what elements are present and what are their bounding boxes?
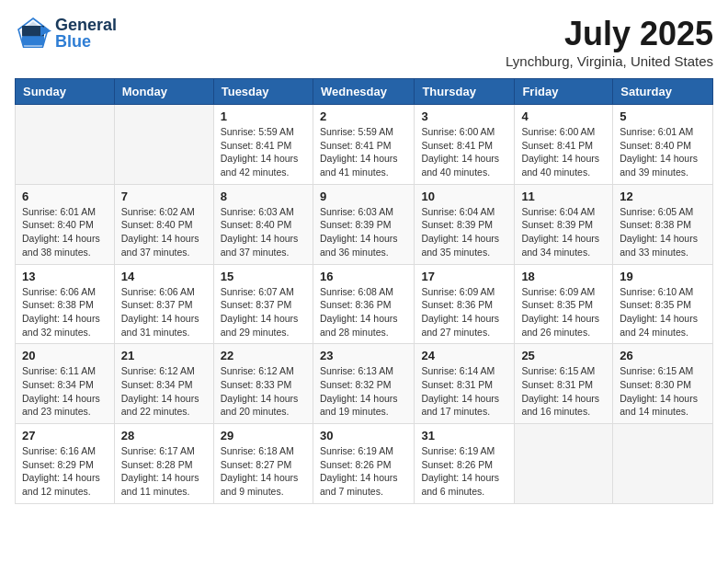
- day-number: 1: [221, 109, 306, 123]
- day-info: Sunrise: 6:09 AM Sunset: 8:35 PM Dayligh…: [521, 285, 606, 339]
- title-block: July 2025 Lynchburg, Virginia, United St…: [506, 15, 713, 69]
- day-info: Sunrise: 5:59 AM Sunset: 8:41 PM Dayligh…: [221, 125, 306, 179]
- calendar-cell: 6Sunrise: 6:01 AM Sunset: 8:40 PM Daylig…: [16, 184, 115, 264]
- calendar-cell: [515, 424, 613, 504]
- calendar-cell: 22Sunrise: 6:12 AM Sunset: 8:33 PM Dayli…: [213, 344, 313, 424]
- day-info: Sunrise: 6:01 AM Sunset: 8:40 PM Dayligh…: [22, 205, 108, 259]
- day-number: 23: [320, 349, 407, 362]
- day-info: Sunrise: 6:15 AM Sunset: 8:31 PM Dayligh…: [521, 364, 606, 419]
- day-number: 13: [22, 270, 108, 283]
- day-info: Sunrise: 6:19 AM Sunset: 8:26 PM Dayligh…: [421, 444, 507, 499]
- day-number: 25: [521, 349, 606, 362]
- calendar-cell: 20Sunrise: 6:11 AM Sunset: 8:34 PM Dayli…: [16, 344, 115, 424]
- day-info: Sunrise: 6:12 AM Sunset: 8:33 PM Dayligh…: [221, 364, 306, 419]
- weekday-header-thursday: Thursday: [415, 79, 515, 105]
- day-info: Sunrise: 6:04 AM Sunset: 8:39 PM Dayligh…: [521, 205, 606, 259]
- calendar-cell: 18Sunrise: 6:09 AM Sunset: 8:35 PM Dayli…: [515, 264, 613, 344]
- calendar-cell: 27Sunrise: 6:16 AM Sunset: 8:29 PM Dayli…: [16, 424, 115, 504]
- day-number: 30: [320, 429, 407, 442]
- calendar-cell: 11Sunrise: 6:04 AM Sunset: 8:39 PM Dayli…: [515, 184, 613, 264]
- calendar-cell: 12Sunrise: 6:05 AM Sunset: 8:38 PM Dayli…: [613, 184, 713, 264]
- day-info: Sunrise: 6:02 AM Sunset: 8:40 PM Dayligh…: [121, 205, 207, 259]
- calendar-cell: 15Sunrise: 6:07 AM Sunset: 8:37 PM Dayli…: [213, 264, 313, 344]
- day-number: 10: [421, 190, 507, 203]
- weekday-header-monday: Monday: [114, 79, 213, 105]
- weekday-header-sunday: Sunday: [16, 79, 115, 105]
- day-info: Sunrise: 6:16 AM Sunset: 8:29 PM Dayligh…: [22, 444, 108, 499]
- logo-general-text: General: [55, 17, 117, 33]
- logo-text: General Blue: [55, 17, 117, 50]
- day-info: Sunrise: 6:13 AM Sunset: 8:32 PM Dayligh…: [320, 364, 407, 419]
- calendar-cell: 10Sunrise: 6:04 AM Sunset: 8:39 PM Dayli…: [415, 184, 515, 264]
- calendar-cell: 25Sunrise: 6:15 AM Sunset: 8:31 PM Dayli…: [515, 344, 613, 424]
- day-info: Sunrise: 6:01 AM Sunset: 8:40 PM Dayligh…: [620, 125, 706, 179]
- calendar-cell: 4Sunrise: 6:00 AM Sunset: 8:41 PM Daylig…: [515, 105, 613, 185]
- logo-icon: [15, 15, 51, 52]
- calendar-cell: 2Sunrise: 5:59 AM Sunset: 8:41 PM Daylig…: [313, 105, 414, 185]
- day-info: Sunrise: 6:18 AM Sunset: 8:27 PM Dayligh…: [221, 444, 306, 499]
- weekday-header-saturday: Saturday: [613, 79, 713, 105]
- logo-blue-text: Blue: [55, 33, 117, 50]
- day-number: 11: [521, 190, 606, 203]
- day-info: Sunrise: 6:17 AM Sunset: 8:28 PM Dayligh…: [121, 444, 207, 499]
- day-info: Sunrise: 6:05 AM Sunset: 8:38 PM Dayligh…: [620, 205, 706, 259]
- day-number: 29: [221, 429, 306, 442]
- calendar-week-row: 6Sunrise: 6:01 AM Sunset: 8:40 PM Daylig…: [16, 184, 713, 264]
- month-title: July 2025: [506, 15, 713, 53]
- day-number: 9: [320, 190, 407, 203]
- calendar-cell: 24Sunrise: 6:14 AM Sunset: 8:31 PM Dayli…: [415, 344, 515, 424]
- day-info: Sunrise: 6:14 AM Sunset: 8:31 PM Dayligh…: [421, 364, 507, 419]
- calendar-cell: 5Sunrise: 6:01 AM Sunset: 8:40 PM Daylig…: [613, 105, 713, 185]
- day-number: 5: [620, 109, 706, 123]
- weekday-header-row: SundayMondayTuesdayWednesdayThursdayFrid…: [16, 79, 713, 105]
- weekday-header-wednesday: Wednesday: [313, 79, 414, 105]
- day-info: Sunrise: 6:07 AM Sunset: 8:37 PM Dayligh…: [221, 285, 306, 339]
- day-info: Sunrise: 6:04 AM Sunset: 8:39 PM Dayligh…: [421, 205, 507, 259]
- day-number: 6: [22, 190, 108, 203]
- day-number: 15: [221, 270, 306, 283]
- calendar-cell: 31Sunrise: 6:19 AM Sunset: 8:26 PM Dayli…: [415, 424, 515, 504]
- calendar-week-row: 1Sunrise: 5:59 AM Sunset: 8:41 PM Daylig…: [16, 105, 713, 185]
- day-number: 14: [121, 270, 207, 283]
- day-number: 17: [421, 270, 507, 283]
- day-info: Sunrise: 6:10 AM Sunset: 8:35 PM Dayligh…: [620, 285, 706, 339]
- day-info: Sunrise: 6:03 AM Sunset: 8:39 PM Dayligh…: [320, 205, 407, 259]
- day-info: Sunrise: 6:09 AM Sunset: 8:36 PM Dayligh…: [421, 285, 507, 339]
- weekday-header-friday: Friday: [515, 79, 613, 105]
- day-number: 27: [22, 429, 108, 442]
- day-info: Sunrise: 6:15 AM Sunset: 8:30 PM Dayligh…: [620, 364, 706, 419]
- day-info: Sunrise: 6:06 AM Sunset: 8:38 PM Dayligh…: [22, 285, 108, 339]
- calendar-cell: 13Sunrise: 6:06 AM Sunset: 8:38 PM Dayli…: [16, 264, 115, 344]
- calendar-cell: 19Sunrise: 6:10 AM Sunset: 8:35 PM Dayli…: [613, 264, 713, 344]
- calendar-cell: 8Sunrise: 6:03 AM Sunset: 8:40 PM Daylig…: [213, 184, 313, 264]
- calendar-cell: 30Sunrise: 6:19 AM Sunset: 8:26 PM Dayli…: [313, 424, 414, 504]
- calendar-cell: 1Sunrise: 5:59 AM Sunset: 8:41 PM Daylig…: [213, 105, 313, 185]
- day-number: 19: [620, 270, 706, 283]
- day-number: 26: [620, 349, 706, 362]
- calendar-cell: [16, 105, 115, 185]
- day-number: 31: [421, 429, 507, 442]
- calendar-cell: 14Sunrise: 6:06 AM Sunset: 8:37 PM Dayli…: [114, 264, 213, 344]
- day-info: Sunrise: 6:00 AM Sunset: 8:41 PM Dayligh…: [521, 125, 606, 179]
- day-info: Sunrise: 6:11 AM Sunset: 8:34 PM Dayligh…: [22, 364, 108, 419]
- day-info: Sunrise: 6:12 AM Sunset: 8:34 PM Dayligh…: [121, 364, 207, 419]
- day-number: 7: [121, 190, 207, 203]
- calendar-week-row: 13Sunrise: 6:06 AM Sunset: 8:38 PM Dayli…: [16, 264, 713, 344]
- svg-rect-3: [22, 35, 44, 45]
- day-number: 12: [620, 190, 706, 203]
- day-number: 24: [421, 349, 507, 362]
- logo: General Blue: [15, 15, 117, 52]
- calendar-cell: 16Sunrise: 6:08 AM Sunset: 8:36 PM Dayli…: [313, 264, 414, 344]
- day-info: Sunrise: 6:06 AM Sunset: 8:37 PM Dayligh…: [121, 285, 207, 339]
- day-info: Sunrise: 6:03 AM Sunset: 8:40 PM Dayligh…: [221, 205, 306, 259]
- day-number: 16: [320, 270, 407, 283]
- day-number: 28: [121, 429, 207, 442]
- calendar-cell: 28Sunrise: 6:17 AM Sunset: 8:28 PM Dayli…: [114, 424, 213, 504]
- calendar-cell: 7Sunrise: 6:02 AM Sunset: 8:40 PM Daylig…: [114, 184, 213, 264]
- day-number: 8: [221, 190, 306, 203]
- calendar-cell: 3Sunrise: 6:00 AM Sunset: 8:41 PM Daylig…: [415, 105, 515, 185]
- calendar-cell: 21Sunrise: 6:12 AM Sunset: 8:34 PM Dayli…: [114, 344, 213, 424]
- calendar-table: SundayMondayTuesdayWednesdayThursdayFrid…: [15, 78, 713, 504]
- calendar-week-row: 27Sunrise: 6:16 AM Sunset: 8:29 PM Dayli…: [16, 424, 713, 504]
- day-number: 2: [320, 109, 407, 123]
